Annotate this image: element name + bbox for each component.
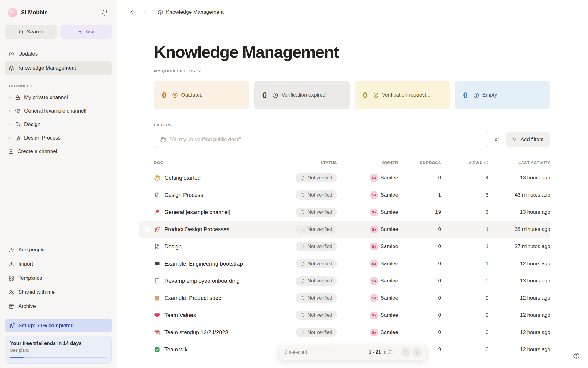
status-pill[interactable]: Not verified <box>296 293 337 303</box>
see-plans-link[interactable]: See plans <box>10 348 107 353</box>
forward-icon[interactable] <box>141 9 148 15</box>
wave-icon <box>154 175 160 181</box>
prev-page-button[interactable] <box>401 347 410 357</box>
trial-progress-bar <box>10 357 107 358</box>
setup-banner[interactable]: Set up: 71% completed <box>5 319 112 332</box>
sidebar-channel-design-process[interactable]: Design Process <box>5 131 112 145</box>
status-pill[interactable]: Not verified <box>296 328 337 337</box>
stat-count: 0 <box>262 90 267 100</box>
layers-icon <box>157 10 163 15</box>
status-label: Not verified <box>307 192 332 198</box>
table-row[interactable]: Team ValuesNot verifiedSaSamlee0012 hour… <box>154 307 550 324</box>
stat-card-outdated[interactable]: 0Outdated <box>154 81 249 109</box>
sidebar-item-add-people[interactable]: Add people <box>5 243 112 257</box>
owner-avatar: Sa <box>370 209 378 216</box>
topbar: Knowledge Management <box>117 0 588 17</box>
sidebar-item-import[interactable]: Import <box>5 257 112 271</box>
ask-button[interactable]: Ask <box>60 25 112 39</box>
channel-label: My private channel <box>24 94 68 101</box>
ask-label: Ask <box>86 29 94 35</box>
table-row[interactable]: Example: Engineering bootstrapNot verifi… <box>154 255 550 272</box>
help-button[interactable] <box>572 351 581 360</box>
sidebar-channel-general-example-channel[interactable]: General [example channel] <box>5 104 112 118</box>
table-row[interactable]: General [example channel]Not verifiedSaS… <box>154 204 550 221</box>
info-icon[interactable] <box>484 160 488 165</box>
bell-icon[interactable] <box>101 9 108 16</box>
search-button[interactable]: Search <box>5 25 57 39</box>
sidebar-item-shared-with-me[interactable]: Shared with me <box>5 286 112 299</box>
row-checkbox[interactable] <box>145 227 150 232</box>
owner-name: Samlee <box>380 278 398 284</box>
status-pill[interactable]: Not verified <box>296 190 337 200</box>
sparkle-icon <box>77 29 83 35</box>
quick-filters-toggle[interactable]: MY QUICK FILTERS <box>154 69 202 73</box>
sidebar-channel-design[interactable]: Design <box>5 118 112 131</box>
dashed-circle-icon <box>300 175 305 180</box>
clock-icon <box>9 51 14 57</box>
table-row[interactable]: Example: Product specNot verifiedSaSamle… <box>154 289 550 307</box>
subdocs-cell: 0 <box>398 295 441 301</box>
channel-label: Design Process <box>24 135 61 141</box>
stat-card-empty[interactable]: 0Empty <box>455 81 550 109</box>
table-row[interactable]: DesignNot verifiedSaSamlee0127 minutes a… <box>154 238 550 255</box>
question-icon <box>573 352 580 359</box>
last-activity-cell: 12 hours ago <box>488 312 550 318</box>
status-pill[interactable]: Not verified <box>296 276 337 286</box>
doc-cell: Example: Product spec <box>154 295 285 301</box>
views-label: VIEWS <box>469 160 482 165</box>
status-pill[interactable]: Not verified <box>296 242 337 251</box>
sidebar-channel-my-private-channel[interactable]: My private channel <box>5 91 112 104</box>
status-pill[interactable]: Not verified <box>296 225 337 234</box>
workspace-name: SLMobbin <box>21 10 97 16</box>
hand-icon <box>160 136 166 143</box>
sidebar-item-templates[interactable]: Templates <box>5 271 112 285</box>
table-row[interactable]: Revamp employee onboardingNot verifiedSa… <box>154 272 550 289</box>
filter-input[interactable] <box>170 136 482 143</box>
stat-card-verification-expired[interactable]: 0Verification expired <box>254 81 350 109</box>
search-icon <box>18 29 24 35</box>
owner-avatar: Sa <box>370 312 378 319</box>
alert-circle-icon <box>473 92 480 98</box>
sidebar-item-archive[interactable]: Archive <box>5 300 112 313</box>
owner-avatar: Sa <box>370 226 378 233</box>
stat-count: 0 <box>162 90 166 100</box>
table-row[interactable]: Design ProcessNot verifiedSaSamlee1343 m… <box>154 186 550 204</box>
sidebar-item-knowledge-management[interactable]: Knowledge Management <box>5 61 112 75</box>
page-title: Knowledge Management <box>154 43 550 61</box>
views-cell: 0 <box>441 295 488 301</box>
col-status: STATUS <box>285 160 337 165</box>
channels-header: CHANNELS <box>9 84 117 88</box>
sidebar-item-label: Import <box>18 261 33 267</box>
status-pill[interactable]: Not verified <box>296 259 337 268</box>
table-row[interactable]: Getting startedNot verifiedSaSamlee0413 … <box>154 169 550 186</box>
back-icon[interactable] <box>129 9 135 15</box>
add-filters-button[interactable]: Add filters <box>506 132 550 147</box>
create-channel-button[interactable]: Create a channel <box>5 145 112 158</box>
stat-label: Empty <box>482 92 497 98</box>
filters-header: FILTERS <box>154 123 550 127</box>
create-channel-label: Create a channel <box>17 148 57 155</box>
last-activity-cell: 13 hours ago <box>488 209 550 215</box>
owner-cell: SaSamlee <box>337 191 398 199</box>
caret-icon[interactable] <box>8 95 12 100</box>
heart-icon <box>154 312 160 318</box>
workspace-avatar[interactable] <box>8 8 17 17</box>
caret-icon[interactable] <box>8 122 12 127</box>
table-row[interactable]: Team standup 12/24/2023Not verifiedSaSam… <box>154 324 550 341</box>
sidebar: SLMobbin Search Ask UpdatesKnowledge Man… <box>0 0 117 368</box>
dashed-circle-icon <box>300 296 305 301</box>
status-pill[interactable]: Not verified <box>296 311 337 320</box>
subdocs-cell: 1 <box>398 192 441 198</box>
app-root: SLMobbin Search Ask UpdatesKnowledge Man… <box>0 0 588 368</box>
breadcrumb[interactable]: Knowledge Management <box>157 9 224 15</box>
sidebar-item-updates[interactable]: Updates <box>5 47 112 61</box>
sidebar-item-label: Updates <box>18 51 38 57</box>
table-row[interactable]: Product Design ProcessesNot verifiedSaSa… <box>154 221 550 238</box>
status-pill[interactable]: Not verified <box>296 173 337 182</box>
stat-card-verification-request[interactable]: 0Verification request... <box>355 81 450 109</box>
caret-icon[interactable] <box>8 109 12 113</box>
next-page-button[interactable] <box>412 347 422 357</box>
status-pill[interactable]: Not verified <box>296 208 337 217</box>
owner-avatar: Sa <box>370 329 378 336</box>
caret-icon[interactable] <box>8 136 12 140</box>
